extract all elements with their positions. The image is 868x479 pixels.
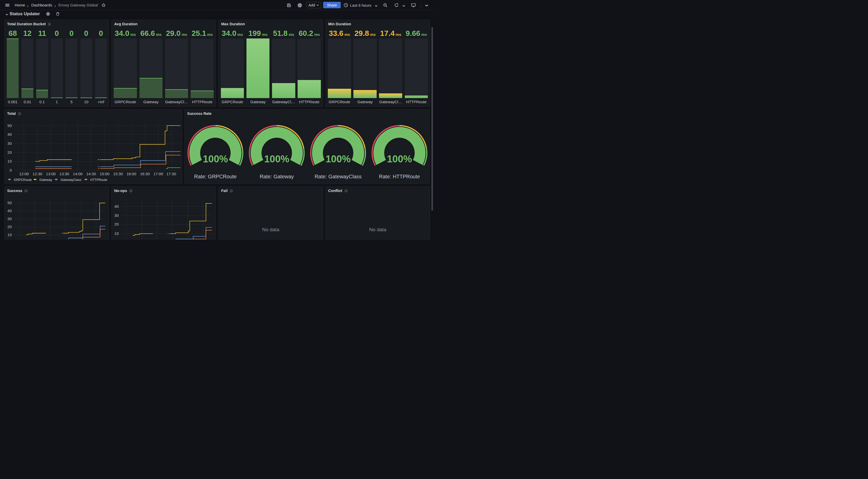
svg-text:30: 30 [7,216,11,221]
svg-text:50: 50 [7,123,11,128]
svg-text:Rate: GatewayClass: Rate: GatewayClass [314,174,362,179]
svg-text:Rate: GRPCRoute: Rate: GRPCRoute [194,174,237,179]
svg-text:17:00: 17:00 [153,172,163,176]
svg-text:0: 0 [9,168,11,172]
svg-text:100%: 100% [264,154,289,165]
svg-text:15:00: 15:00 [100,172,109,176]
svg-text:16:30: 16:30 [140,172,150,176]
svg-text:20: 20 [115,222,119,227]
svg-text:40: 40 [115,204,119,209]
svg-text:14:00: 14:00 [73,172,83,176]
svg-text:Gateway: Gateway [39,178,52,182]
svg-text:100%: 100% [326,154,350,165]
svg-text:13:00: 13:00 [46,172,56,176]
svg-text:100%: 100% [203,154,228,165]
svg-text:Rate: HTTPRoute: Rate: HTTPRoute [379,174,420,179]
svg-text:20: 20 [7,150,11,155]
svg-text:15:30: 15:30 [113,172,123,176]
svg-text:Rate: Gateway: Rate: Gateway [259,174,294,179]
svg-text:12:00: 12:00 [19,172,29,176]
svg-text:12:30: 12:30 [33,172,42,176]
svg-text:GRPCRoute: GRPCRoute [14,178,32,182]
svg-text:16:00: 16:00 [127,172,136,176]
svg-text:40: 40 [7,132,11,137]
svg-text:20: 20 [7,225,11,229]
svg-text:40: 40 [7,209,11,213]
svg-text:17:30: 17:30 [166,172,176,176]
svg-text:GatewayClass: GatewayClass [60,178,81,182]
svg-text:100%: 100% [387,154,412,165]
svg-text:30: 30 [7,141,11,145]
svg-text:50: 50 [7,201,11,205]
svg-text:30: 30 [115,213,119,217]
svg-text:HTTPRoute: HTTPRoute [90,178,107,182]
svg-text:10: 10 [115,232,119,236]
svg-text:14:30: 14:30 [86,172,96,176]
svg-text:13:30: 13:30 [59,172,69,176]
svg-text:10: 10 [7,159,11,164]
svg-text:10: 10 [7,233,11,237]
